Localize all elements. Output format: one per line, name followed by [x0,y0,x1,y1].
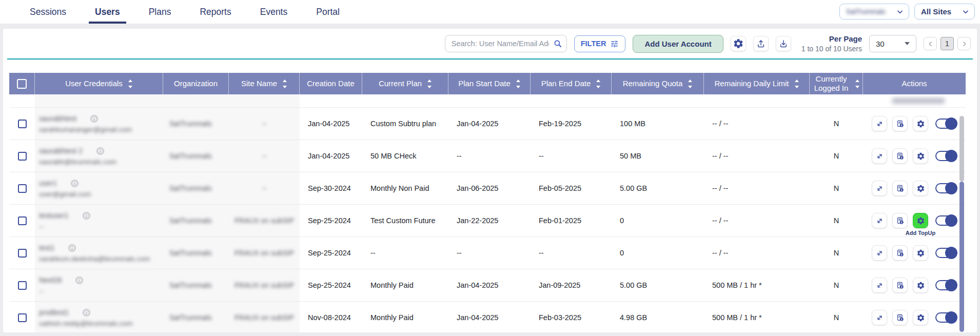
info-icon[interactable] [90,114,99,123]
user-settings-button[interactable] [913,310,928,325]
next-page-button[interactable] [957,37,971,50]
row-checkbox[interactable] [18,216,27,225]
user-enabled-toggle[interactable] [935,118,957,129]
remaining-quota-cell: 5.00 GB [612,184,704,192]
user-enabled-toggle[interactable] [935,312,957,323]
column-header-label: Actions [901,79,927,88]
tab-portal[interactable]: Portal [302,0,354,24]
site-name-cell: FRAUX on subSIP [229,237,300,269]
scrollbar-thumb[interactable] [959,116,964,182]
filter-button-label: FILTER [581,39,606,48]
sort-arrows[interactable] [516,80,520,88]
table-header-row: User Credentials Organization Site Name … [9,73,966,94]
info-icon[interactable] [82,308,91,317]
expand-user-button[interactable] [872,148,887,164]
pagination-summary: Per Page 1 to 10 of 10 Users [801,34,862,53]
tab-users[interactable]: Users [81,0,134,24]
plan-details-button[interactable] [892,310,908,325]
user-settings-button[interactable] [913,245,928,261]
column-header-current-plan[interactable]: Current Plan [362,73,448,94]
download-button[interactable] [776,36,791,51]
user-settings-button[interactable] [913,213,928,228]
sort-arrows[interactable] [128,80,132,88]
row-checkbox[interactable] [18,281,27,290]
filter-button[interactable]: FILTER [574,35,626,52]
user-settings-button[interactable] [913,116,928,131]
plan-details-button[interactable] [892,148,908,164]
table-row: Neel28 -- SatTrummals FRAUX on subSIP Se… [9,269,966,302]
plan-details-button[interactable] [892,181,908,196]
expand-user-button[interactable] [872,310,887,325]
search-input[interactable] [445,35,567,52]
column-header-plan-start-date[interactable]: Plan Start Date [448,73,531,94]
site-name-cell: FRAUX on subSIP [229,302,300,332]
user-settings-button[interactable] [913,181,928,196]
sort-arrows[interactable] [795,80,799,88]
user-settings-button[interactable] [913,278,928,293]
table-row-partial [9,94,966,108]
row-checkbox[interactable] [18,120,27,128]
prev-page-button[interactable] [924,37,937,50]
plan-details-button[interactable] [892,278,908,293]
search-icon[interactable] [553,39,562,48]
expand-user-button[interactable] [872,278,887,293]
column-header-remaining-daily-limit[interactable]: Remaining Daily Limit [704,73,810,94]
organization-redacted: SatTrummals [169,184,229,192]
plan-details-button[interactable] [892,245,908,261]
account-selector[interactable]: SatTrummals [839,4,909,19]
row-checkbox[interactable] [18,152,27,161]
plan-details-button[interactable] [892,213,908,228]
sort-arrows[interactable] [283,80,287,88]
expand-user-button[interactable] [872,116,887,131]
add-user-account-button[interactable]: Add User Account [633,35,723,53]
organization-cell: SatTrummals [163,302,229,332]
info-icon[interactable] [70,179,79,188]
sort-arrows[interactable] [855,80,859,88]
select-all-checkbox[interactable] [17,79,27,89]
sort-desc-icon [688,86,692,88]
sort-arrows[interactable] [688,80,692,88]
organization-redacted: SatTrummals [169,313,229,322]
column-header-user-credentials[interactable]: User Credentials [35,73,163,94]
info-icon[interactable] [96,147,105,155]
user-enabled-toggle[interactable] [935,215,957,226]
tab-reports[interactable]: Reports [185,0,245,24]
column-header-site-name[interactable]: Site Name [229,73,300,94]
current-plan-cell: Custom Subtru plan [362,120,448,128]
row-checkbox[interactable] [18,249,27,258]
per-page-select[interactable]: 30 [869,35,916,52]
sort-arrows[interactable] [596,80,600,88]
sort-asc-icon [596,80,600,82]
user-settings-button[interactable] [913,148,928,164]
info-icon[interactable] [75,276,84,285]
sort-desc-icon [283,86,287,88]
column-header-plan-end-date[interactable]: Plan End Date [531,73,612,94]
row-checkbox[interactable] [18,313,27,322]
tab-sessions[interactable]: Sessions [15,0,81,24]
expand-user-button[interactable] [872,245,887,261]
site-selector-value: All Sites [921,7,951,16]
upload-button[interactable] [753,36,769,51]
user-enabled-toggle[interactable] [935,183,957,193]
user-enabled-toggle[interactable] [935,280,957,290]
sort-arrows[interactable] [427,80,432,88]
column-header-remaining-quota[interactable]: Remaining Quota [612,73,704,94]
info-icon[interactable] [68,244,76,252]
column-header-currently-logged-in[interactable]: Currently Logged In [810,73,863,94]
info-icon[interactable] [82,211,91,220]
current-page[interactable]: 1 [940,37,954,50]
site-name-redacted: -- [262,152,266,160]
creation-date-cell: Sep-25-2024 [300,249,362,257]
row-checkbox[interactable] [18,184,27,193]
user-enabled-toggle[interactable] [935,248,957,258]
site-selector[interactable]: All Sites [914,4,975,19]
tab-events[interactable]: Events [246,0,302,24]
vertical-scrollbar[interactable] [959,116,964,332]
expand-user-button[interactable] [872,181,887,196]
table-settings-button[interactable] [731,36,746,51]
user-enabled-toggle[interactable] [935,151,957,161]
expand-user-button[interactable] [872,213,887,228]
row-select-cell [9,172,35,204]
plan-details-button[interactable] [892,116,908,131]
tab-plans[interactable]: Plans [134,0,186,24]
